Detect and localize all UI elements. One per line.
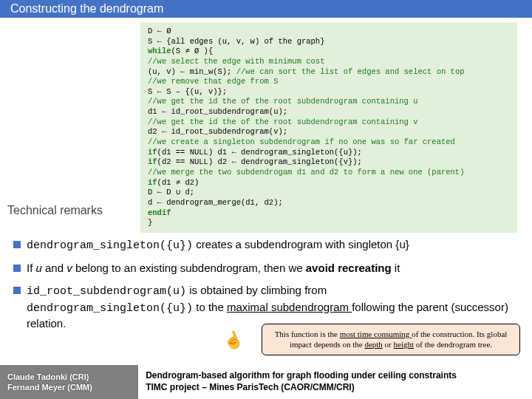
code-line: d ← dendrogram_merge(d1, d2); — [148, 198, 283, 207]
code-comment: //we select the edge with minimum cost — [148, 57, 324, 66]
code-line: (S ≠ Ø ){ — [171, 47, 214, 55]
code-line: D ← Ø — [148, 27, 171, 35]
code-keyword: endif — [148, 208, 171, 217]
bullet-list: dendrogram_singleton({u}) creates a subd… — [27, 237, 519, 331]
code-line: (d2 == NULL) d2 ← dendrogram_singleton({… — [157, 157, 362, 166]
code-line: } — [148, 218, 152, 227]
author-name: Claude Tadonki (CRI) — [7, 372, 138, 382]
text: or — [383, 340, 394, 349]
text: is obtained by climbing from — [186, 284, 327, 296]
code-line: S ← {all edges (u, v, w) of the graph} — [148, 37, 324, 46]
text: belong to an existing subdendrogram, the… — [72, 262, 306, 274]
code-keyword: if — [148, 157, 157, 166]
list-item: dendrogram_singleton({u}) creates a subd… — [27, 237, 519, 253]
code-line: d1 ← id_root_subdendrogram(u); — [148, 107, 287, 116]
page-title: Constructing the dendrogram — [0, 0, 532, 18]
text: creates a subdendrogram with singleton {… — [193, 238, 409, 250]
section-heading: Technical remarks — [7, 204, 103, 217]
code-line: (d1 ≠ d2) — [157, 178, 200, 187]
code-line: D ← D ∪ d; — [148, 188, 194, 197]
text: Dendrogram-based algorithm for graph flo… — [146, 370, 532, 382]
text-underline: height — [394, 340, 415, 349]
text: it — [392, 262, 400, 274]
text-underline: most time consuming — [340, 330, 412, 338]
text: and — [42, 262, 66, 274]
code-line: (u, v) ← min_w(S); — [148, 67, 236, 76]
code-line: (d1 == NULL) d1 ← dendrogram_singleton({… — [157, 148, 362, 157]
list-item: If u and v belong to an existing subdend… — [27, 261, 519, 276]
text-bold: avoid recreating — [306, 262, 392, 274]
footer: Claude Tadonki (CRI) Fernand Meyer (CMM)… — [0, 365, 532, 399]
code-comment: //we create a singleton subdendrogram if… — [148, 137, 455, 146]
text-underline: maximal subdendrogram — [227, 301, 352, 313]
code-comment: //we remove that edge from S — [148, 77, 278, 86]
text: to the — [193, 301, 227, 313]
text: of the dendrogram tree. — [414, 340, 492, 349]
code-inline: dendrogram_singleton({u}) — [27, 302, 193, 315]
footer-authors: Claude Tadonki (CRI) Fernand Meyer (CMM) — [0, 372, 138, 393]
text-italic: v — [66, 262, 72, 274]
callout-box: This function is the most time consuming… — [262, 324, 520, 355]
code-inline: id_root_subdendrogram(u) — [27, 285, 186, 298]
text: TIMC project – Mines ParisTech (CAOR/CMM… — [146, 382, 532, 394]
code-keyword: if — [148, 178, 157, 187]
footer-title: Dendrogram-based algorithm for graph flo… — [138, 370, 532, 393]
code-block: D ← Ø S ← {all edges (u, v, w) of the gr… — [140, 22, 517, 233]
text: If — [27, 262, 36, 274]
code-line: S ← S – {(u, v)}; — [148, 87, 227, 96]
code-comment: //we merge the two subdendrogam d1 and d… — [148, 168, 464, 177]
pointer-icon: ☝️ — [220, 328, 245, 353]
code-comment: //we get the id the of the root subdendr… — [148, 117, 417, 126]
code-keyword: while — [148, 47, 171, 55]
text-underline: depth — [364, 340, 382, 349]
code-comment: //we get the id the of the root subdendr… — [148, 97, 417, 106]
code-line: d2 ← id_root_subdendrogram(v); — [148, 127, 287, 136]
code-inline: dendrogram_singleton({u}) — [27, 239, 193, 252]
text-italic: u — [36, 262, 42, 274]
code-comment: //we can sort the list of edges and sele… — [236, 67, 465, 76]
code-keyword: if — [148, 148, 157, 157]
text: This function is the — [275, 330, 340, 338]
author-name: Fernand Meyer (CMM) — [7, 382, 138, 392]
